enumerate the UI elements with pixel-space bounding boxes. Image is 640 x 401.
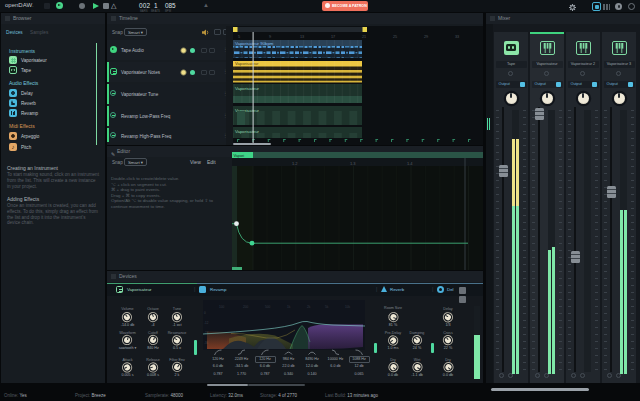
svg-text:1k: 1k	[287, 305, 291, 309]
svg-text:9: 9	[269, 35, 271, 39]
svg-text:5k: 5k	[325, 305, 329, 309]
svg-text:1.4: 1.4	[407, 161, 413, 166]
svg-text:33: 33	[455, 35, 459, 39]
svg-text:-12: -12	[204, 321, 209, 325]
svg-text:2k: 2k	[307, 305, 311, 309]
svg-text:25: 25	[393, 35, 397, 39]
svg-text:500: 500	[265, 305, 271, 309]
svg-text:29: 29	[424, 35, 428, 39]
svg-text:Vapori: Vapori	[234, 154, 245, 158]
svg-text:21: 21	[362, 35, 366, 39]
svg-text:1.2: 1.2	[292, 161, 298, 166]
svg-text:100: 100	[219, 305, 225, 309]
svg-text:13: 13	[300, 35, 304, 39]
svg-text:10k: 10k	[345, 305, 351, 309]
svg-text:5: 5	[238, 35, 240, 39]
svg-text:1.3: 1.3	[350, 161, 356, 166]
svg-text:17: 17	[331, 35, 335, 39]
svg-text:200: 200	[243, 305, 249, 309]
